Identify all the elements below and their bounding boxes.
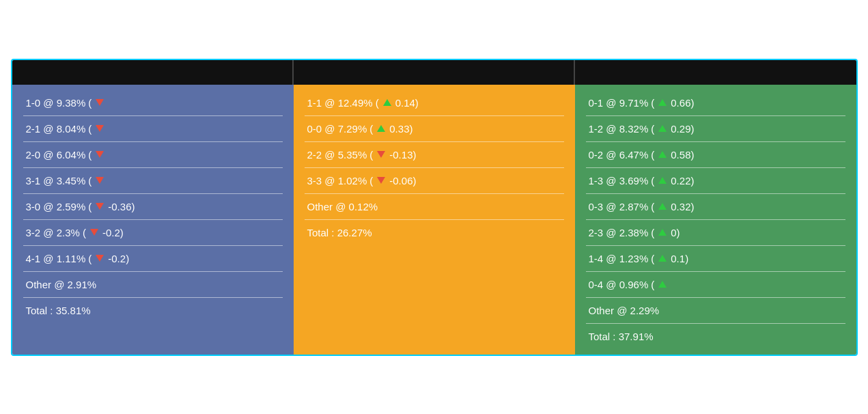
list-item: 2-2 @ 5.35% ( -0.13) — [305, 142, 564, 168]
row-text: Total : 37.91% — [589, 331, 654, 342]
row-text: 2-0 @ 6.04% — [26, 149, 86, 161]
list-item: 0-3 @ 2.87% ( 0.32) — [586, 194, 845, 220]
header-china — [12, 60, 294, 85]
list-item: 0-1 @ 9.71% ( 0.66) — [586, 90, 845, 116]
change-value: -0.2) — [108, 253, 129, 264]
open-paren: ( — [651, 123, 654, 135]
open-paren: ( — [88, 97, 92, 109]
odds-table: 1-0 @ 9.38% (2-1 @ 8.04% (2-0 @ 6.04% (3… — [11, 59, 858, 356]
open-paren: ( — [88, 253, 92, 264]
open-paren: ( — [651, 279, 654, 290]
open-paren: ( — [651, 97, 654, 109]
list-item: 3-1 @ 3.45% ( — [23, 168, 283, 194]
china-column: 1-0 @ 9.38% (2-1 @ 8.04% (2-0 @ 6.04% (3… — [12, 85, 294, 355]
list-item: 1-1 @ 12.49% ( 0.14) — [305, 90, 564, 116]
change-value: 0.1) — [671, 253, 688, 264]
open-paren: ( — [369, 175, 373, 187]
draw-column: 1-1 @ 12.49% ( 0.14)0-0 @ 7.29% ( 0.33)2… — [294, 85, 575, 355]
change-value: -0.13) — [389, 149, 416, 161]
row-text: 0-4 @ 0.96% — [589, 279, 649, 290]
header-thailand — [575, 60, 856, 85]
list-item: 0-4 @ 0.96% ( — [586, 272, 845, 298]
list-item: Other @ 2.29% — [586, 298, 845, 324]
row-text: 1-0 @ 9.38% — [26, 97, 86, 109]
list-item: Other @ 2.91% — [23, 272, 283, 298]
change-value: 0.32) — [671, 201, 694, 212]
open-paren: ( — [651, 149, 654, 161]
list-item: 4-1 @ 1.11% ( -0.2) — [23, 246, 283, 272]
row-text: 1-1 @ 12.49% — [307, 97, 373, 109]
row-text: Total : 35.81% — [26, 305, 91, 316]
open-paren: ( — [88, 149, 92, 161]
list-item: 1-2 @ 8.32% ( 0.29) — [586, 116, 845, 142]
open-paren: ( — [651, 201, 654, 212]
open-paren: ( — [88, 175, 92, 187]
row-text: 2-1 @ 8.04% — [26, 123, 86, 135]
list-item: 2-3 @ 2.38% ( 0) — [586, 220, 845, 246]
change-value: -0.36) — [108, 201, 135, 212]
open-paren: ( — [651, 227, 654, 238]
header-draw — [294, 60, 575, 85]
row-text: 1-2 @ 8.32% — [589, 123, 649, 135]
open-paren: ( — [376, 97, 379, 109]
list-item: 1-4 @ 1.23% ( 0.1) — [586, 246, 845, 272]
row-text: 3-0 @ 2.59% — [26, 201, 86, 212]
change-value: 0.66) — [671, 97, 694, 109]
thailand-column: 0-1 @ 9.71% ( 0.66)1-2 @ 8.32% ( 0.29)0-… — [575, 85, 856, 355]
change-value: 0.22) — [671, 175, 694, 187]
change-value: 0.33) — [389, 123, 412, 135]
row-text: 1-3 @ 3.69% — [589, 175, 649, 187]
list-item: 1-0 @ 9.38% ( — [23, 90, 283, 116]
list-item: 3-2 @ 2.3% ( -0.2) — [23, 220, 283, 246]
open-paren: ( — [369, 123, 373, 135]
row-text: 0-0 @ 7.29% — [307, 123, 367, 135]
row-text: 1-4 @ 1.23% — [589, 253, 649, 264]
row-text: Other @ 2.29% — [589, 305, 660, 316]
open-paren: ( — [651, 175, 654, 187]
list-item: Total : 26.27% — [305, 220, 564, 245]
row-text: Total : 26.27% — [307, 227, 372, 238]
list-item: 2-0 @ 6.04% ( — [23, 142, 283, 168]
change-value: 0.58) — [671, 149, 694, 161]
change-value: 0) — [671, 227, 680, 238]
open-paren: ( — [369, 149, 373, 161]
open-paren: ( — [651, 253, 654, 264]
row-text: 2-3 @ 2.38% — [589, 227, 649, 238]
table-header — [12, 60, 856, 85]
list-item: 2-1 @ 8.04% ( — [23, 116, 283, 142]
list-item: 3-3 @ 1.02% ( -0.06) — [305, 168, 564, 194]
list-item: 0-0 @ 7.29% ( 0.33) — [305, 116, 564, 142]
list-item: 1-3 @ 3.69% ( 0.22) — [586, 168, 845, 194]
open-paren: ( — [88, 123, 92, 135]
list-item: Total : 37.91% — [586, 324, 845, 349]
list-item: Other @ 0.12% — [305, 194, 564, 220]
change-value: -0.2) — [102, 227, 124, 238]
row-text: 3-2 @ 2.3% — [26, 227, 80, 238]
list-item: 3-0 @ 2.59% ( -0.36) — [23, 194, 283, 220]
row-text: Other @ 2.91% — [26, 279, 97, 290]
change-value: 0.29) — [671, 123, 694, 135]
row-text: 2-2 @ 5.35% — [307, 149, 367, 161]
row-text: 0-3 @ 2.87% — [589, 201, 649, 212]
list-item: Total : 35.81% — [23, 298, 283, 323]
row-text: 4-1 @ 1.11% — [26, 253, 86, 264]
change-value: -0.06) — [389, 175, 416, 187]
row-text: 3-1 @ 3.45% — [26, 175, 86, 187]
row-text: 0-2 @ 6.47% — [589, 149, 649, 161]
list-item: 0-2 @ 6.47% ( 0.58) — [586, 142, 845, 168]
row-text: 0-1 @ 9.71% — [589, 97, 649, 109]
row-text: Other @ 0.12% — [307, 201, 378, 212]
open-paren: ( — [88, 201, 92, 212]
change-value: 0.14) — [395, 97, 419, 109]
open-paren: ( — [83, 227, 86, 238]
table-body: 1-0 @ 9.38% (2-1 @ 8.04% (2-0 @ 6.04% (3… — [12, 85, 856, 355]
row-text: 3-3 @ 1.02% — [307, 175, 367, 187]
